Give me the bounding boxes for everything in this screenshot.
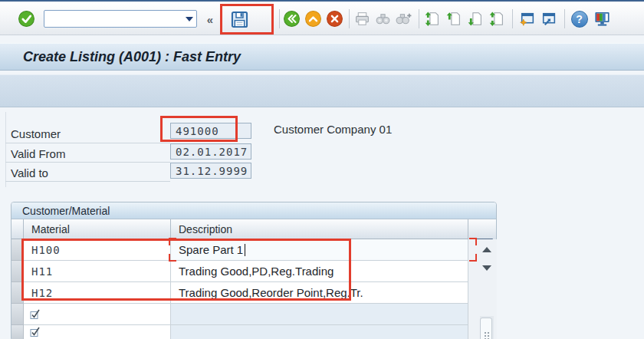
enter-icon <box>18 10 35 28</box>
last-page-button[interactable] <box>488 10 505 28</box>
material-cell[interactable] <box>24 304 171 325</box>
toolbar-separator <box>419 9 419 28</box>
form-divider <box>5 181 170 182</box>
exit-button[interactable] <box>304 10 322 28</box>
table-row <box>12 304 468 325</box>
customer-label: Customer <box>11 127 61 140</box>
new-session-button[interactable] <box>518 10 536 28</box>
cancel-icon <box>326 10 343 28</box>
customer-description: Customer Company 01 <box>274 123 392 136</box>
content-left-border <box>5 112 6 187</box>
groupbox-header: Customer/Material <box>12 202 496 219</box>
help-icon: ? <box>571 11 588 28</box>
table-row: H12 Trading Good,Reorder Point,Reg.Tr. <box>12 282 468 304</box>
row-select-cell[interactable] <box>12 325 24 339</box>
scrollbar-track[interactable] <box>480 316 494 339</box>
help-button[interactable]: ? <box>570 10 588 28</box>
scrollbar-thumb[interactable] <box>480 318 492 339</box>
row-select-cell[interactable] <box>12 239 24 261</box>
print-button[interactable] <box>353 10 371 28</box>
valid-to-field[interactable] <box>170 163 251 179</box>
cancel-button[interactable] <box>326 10 343 28</box>
save-button[interactable] <box>228 8 250 31</box>
form-divider <box>5 143 170 143</box>
print-icon <box>353 10 371 28</box>
select-all-header[interactable] <box>12 219 24 239</box>
first-page-button[interactable] <box>423 10 441 28</box>
customer-field[interactable] <box>170 123 251 139</box>
material-cell[interactable]: H100 <box>24 239 171 261</box>
back-button[interactable] <box>283 10 301 28</box>
table-scroll-area <box>468 239 497 339</box>
table-row <box>12 325 468 339</box>
command-dropdown-icon[interactable] <box>182 11 196 27</box>
first-page-icon <box>423 10 441 28</box>
description-cell[interactable]: Trading Good,PD,Reg.Trading <box>171 261 468 282</box>
customize-layout-button[interactable] <box>593 9 612 28</box>
valid-from-field[interactable] <box>170 143 251 160</box>
material-cell[interactable] <box>24 325 171 339</box>
text-cursor <box>245 244 245 256</box>
application-toolbar <box>0 74 644 107</box>
material-cell[interactable]: H11 <box>24 261 171 282</box>
save-icon <box>229 9 250 30</box>
new-session-icon <box>518 10 536 28</box>
create-shortcut-icon <box>540 10 557 28</box>
table-row: H100 Spare Part 1 <box>12 239 468 261</box>
scrollbar-grip-icon <box>485 332 486 334</box>
page-down-icon <box>466 10 484 28</box>
find-button[interactable] <box>374 10 392 28</box>
table-row: H11 Trading Good,PD,Reg.Trading <box>12 261 468 282</box>
toolbar-separator <box>279 9 280 28</box>
title-bar: Create Listing (A001) : Fast Entry <box>0 43 644 71</box>
scroll-up-button[interactable] <box>480 243 494 255</box>
column-header-description[interactable]: Description <box>171 219 468 239</box>
column-header-material[interactable]: Material <box>24 219 171 239</box>
toolbar-separator <box>512 9 513 28</box>
system-toolbar: « <box>0 0 644 35</box>
form-divider <box>5 162 170 163</box>
command-input[interactable] <box>48 11 182 27</box>
scroll-left-icon[interactable]: « <box>204 13 216 25</box>
row-select-cell[interactable] <box>12 282 24 304</box>
material-cell[interactable]: H12 <box>24 282 171 304</box>
description-cell[interactable] <box>171 325 468 339</box>
page-title: Create Listing (A001) : Fast Entry <box>23 49 241 65</box>
scroll-down-button[interactable] <box>480 262 494 274</box>
valid-from-label: Valid From <box>11 147 65 160</box>
toolbar-separator <box>564 9 565 28</box>
toolbar-separator <box>349 9 350 28</box>
command-field[interactable] <box>44 10 197 28</box>
groupbox-title: Customer/Material <box>22 205 110 217</box>
customer-material-groupbox: Customer/Material Material Description <box>11 202 497 339</box>
find-next-icon <box>395 10 412 28</box>
triangle-up-icon <box>482 247 491 252</box>
multiple-selection-checkbox-icon <box>30 309 41 320</box>
enter-button[interactable] <box>18 10 35 28</box>
exit-icon <box>304 10 322 28</box>
find-next-button[interactable] <box>395 10 412 28</box>
last-page-icon <box>488 10 505 28</box>
page-down-button[interactable] <box>466 10 484 28</box>
find-icon <box>374 10 392 28</box>
page-up-icon <box>445 10 462 28</box>
create-shortcut-button[interactable] <box>540 10 557 28</box>
description-cell[interactable]: Spare Part 1 <box>171 239 468 261</box>
triangle-down-icon <box>482 265 491 271</box>
customize-layout-icon <box>593 9 612 28</box>
valid-to-label: Valid to <box>11 166 48 179</box>
column-header-row: Material Description <box>12 219 496 239</box>
row-select-cell[interactable] <box>12 304 24 325</box>
description-cell[interactable]: Trading Good,Reorder Point,Reg.Tr. <box>171 282 468 304</box>
back-icon <box>283 10 301 28</box>
page-up-button[interactable] <box>445 10 462 28</box>
description-cell[interactable] <box>171 304 468 325</box>
sap-window: « <box>0 0 644 339</box>
row-select-cell[interactable] <box>12 261 24 282</box>
multiple-selection-checkbox-icon <box>30 327 41 337</box>
